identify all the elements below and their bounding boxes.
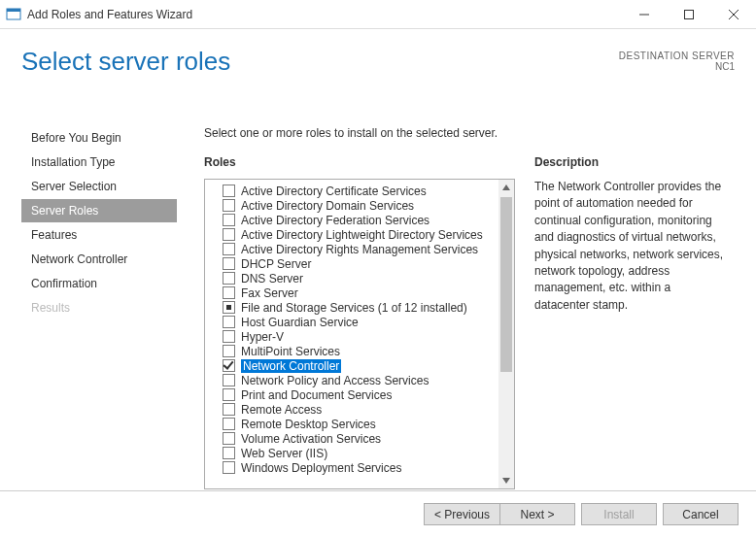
svg-rect-1 (7, 9, 20, 12)
destination-label: DESTINATION SERVER (619, 50, 735, 61)
role-row[interactable]: Windows Deployment Services (223, 460, 498, 475)
window-title: Add Roles and Features Wizard (27, 8, 622, 21)
role-row[interactable]: Print and Document Services (223, 387, 498, 402)
close-button[interactable] (711, 0, 756, 29)
svg-marker-7 (502, 478, 510, 484)
role-row[interactable]: Network Controller (223, 358, 498, 373)
role-row[interactable]: Active Directory Federation Services (223, 213, 498, 227)
role-row[interactable]: Web Server (IIS) (223, 446, 498, 460)
description-text: The Network Controller provides the poin… (534, 179, 729, 314)
role-row[interactable]: Volume Activation Services (223, 431, 498, 446)
role-checkbox[interactable] (223, 199, 235, 212)
wizard-footer: < Previous Next > Install Cancel (0, 490, 756, 537)
role-checkbox[interactable] (223, 403, 235, 416)
sidebar-item-features[interactable]: Features (21, 223, 177, 247)
role-label[interactable]: Active Directory Rights Management Servi… (241, 243, 478, 256)
svg-marker-6 (502, 185, 510, 190)
role-checkbox[interactable] (223, 388, 235, 401)
role-row[interactable]: Host Guardian Service (223, 315, 498, 329)
role-label[interactable]: File and Storage Services (1 of 12 insta… (241, 301, 467, 315)
role-row[interactable]: Network Policy and Access Services (223, 373, 498, 387)
role-row[interactable]: Remote Access (223, 402, 498, 417)
role-row[interactable]: Active Directory Rights Management Servi… (223, 242, 498, 256)
role-label[interactable]: Host Guardian Service (241, 316, 359, 329)
role-checkbox[interactable] (223, 214, 235, 226)
role-label[interactable]: MultiPoint Services (241, 345, 340, 358)
role-label[interactable]: Active Directory Domain Services (241, 199, 414, 213)
role-row[interactable]: Fax Server (223, 285, 498, 300)
role-checkbox[interactable] (223, 228, 235, 241)
sidebar-item-results: Results (21, 296, 177, 319)
sidebar-item-installation-type[interactable]: Installation Type (21, 151, 177, 174)
role-label[interactable]: Web Server (IIS) (241, 447, 327, 460)
scroll-thumb[interactable] (500, 197, 512, 372)
app-icon (6, 7, 21, 22)
role-label[interactable]: Print and Document Services (241, 388, 392, 402)
sidebar-item-server-roles[interactable]: Server Roles (21, 199, 177, 222)
minimize-button[interactable] (622, 0, 667, 29)
sidebar-item-server-selection[interactable]: Server Selection (21, 175, 177, 198)
role-row[interactable]: MultiPoint Services (223, 344, 498, 358)
role-label[interactable]: Active Directory Certificate Services (241, 185, 427, 198)
previous-button[interactable]: < Previous (424, 503, 499, 525)
sidebar-item-network-controller[interactable]: Network Controller (21, 248, 177, 271)
next-button[interactable]: Next > (499, 503, 575, 525)
role-checkbox[interactable] (223, 316, 235, 328)
role-label[interactable]: Volume Activation Services (241, 432, 381, 446)
role-checkbox[interactable] (223, 301, 235, 314)
role-row[interactable]: Hyper-V (223, 329, 498, 344)
cancel-button[interactable]: Cancel (663, 503, 739, 525)
role-row[interactable]: Active Directory Domain Services (223, 198, 498, 213)
role-row[interactable]: ▷File and Storage Services (1 of 12 inst… (223, 300, 498, 315)
role-checkbox[interactable] (223, 432, 235, 445)
role-label[interactable]: Remote Desktop Services (241, 418, 376, 431)
scroll-up-icon[interactable] (498, 180, 514, 195)
role-label[interactable]: DHCP Server (241, 257, 311, 271)
role-label[interactable]: DNS Server (241, 272, 303, 285)
role-row[interactable]: Active Directory Lightweight Directory S… (223, 227, 498, 242)
role-label[interactable]: Network Controller (241, 359, 341, 373)
destination-server: DESTINATION SERVER NC1 (619, 50, 735, 72)
role-row[interactable]: Active Directory Certificate Services (223, 184, 498, 198)
instruction-text: Select one or more roles to install on t… (204, 126, 729, 140)
role-checkbox[interactable] (223, 461, 235, 474)
description-heading: Description (534, 155, 729, 169)
role-checkbox[interactable] (223, 257, 235, 270)
sidebar-item-before-you-begin[interactable]: Before You Begin (21, 126, 177, 150)
titlebar: Add Roles and Features Wizard (0, 0, 756, 29)
role-label[interactable]: Hyper-V (241, 330, 284, 344)
role-checkbox[interactable] (223, 418, 235, 430)
destination-value: NC1 (619, 61, 735, 72)
role-label[interactable]: Active Directory Lightweight Directory S… (241, 228, 483, 242)
roles-listbox[interactable]: Active Directory Certificate ServicesAct… (204, 179, 515, 489)
role-row[interactable]: DHCP Server (223, 256, 498, 271)
role-checkbox[interactable] (223, 345, 235, 357)
role-checkbox[interactable] (223, 330, 235, 343)
role-checkbox[interactable] (223, 185, 235, 197)
role-label[interactable]: Active Directory Federation Services (241, 214, 430, 227)
sidebar-item-confirmation[interactable]: Confirmation (21, 272, 177, 295)
role-label[interactable]: Remote Access (241, 403, 322, 417)
wizard-steps: Before You Begin Installation Type Serve… (21, 126, 177, 320)
maximize-button[interactable] (667, 0, 711, 29)
role-checkbox[interactable] (223, 243, 235, 255)
svg-rect-3 (685, 10, 694, 18)
install-button: Install (581, 503, 657, 525)
scroll-down-icon[interactable] (498, 473, 514, 488)
scrollbar[interactable] (498, 180, 514, 488)
role-label[interactable]: Network Policy and Access Services (241, 374, 429, 387)
role-checkbox[interactable] (223, 272, 235, 285)
role-checkbox[interactable] (223, 286, 235, 299)
role-checkbox[interactable] (223, 359, 235, 372)
role-row[interactable]: DNS Server (223, 271, 498, 285)
role-checkbox[interactable] (223, 447, 235, 459)
roles-heading: Roles (204, 155, 515, 169)
role-checkbox[interactable] (223, 374, 235, 386)
role-row[interactable]: Remote Desktop Services (223, 417, 498, 431)
role-label[interactable]: Windows Deployment Services (241, 461, 401, 475)
role-label[interactable]: Fax Server (241, 286, 298, 300)
